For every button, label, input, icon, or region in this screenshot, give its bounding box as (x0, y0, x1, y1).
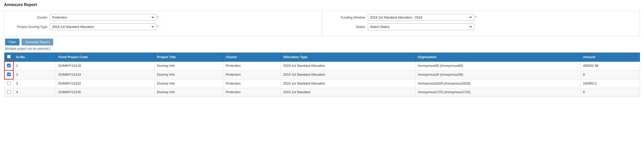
table-container: Sr.No. Fund Project Code Project Title C… (4, 53, 640, 97)
header-amount: Amount (580, 53, 640, 62)
button-row: Filter Generate Report (4, 39, 640, 45)
table-header: Sr.No. Fund Project Code Project Title C… (4, 53, 640, 62)
cell-fund-project-code: DUMMY\13124 (56, 70, 154, 79)
project-scoring-type-label: Project Scoring Type (9, 25, 47, 29)
cell-sr-no: 2 (13, 70, 56, 79)
cluster-row: Cluster Protection * (9, 14, 317, 21)
data-table: Sr.No. Fund Project Code Project Title C… (4, 53, 640, 97)
form-right: Funding Window 2019 1st Standard Allocat… (322, 11, 640, 36)
funding-window-required: * (475, 15, 477, 19)
page-title: Annexure Report (4, 3, 640, 7)
select-all-checkbox[interactable] (7, 55, 11, 58)
cell-amount: 400001.96 (580, 61, 640, 70)
table-row: 4DUMMY\13135Dummy InfoProtection2019 1st… (4, 88, 640, 97)
header-allocation-type: Allocation Type (280, 53, 415, 62)
header-checkbox-cell (4, 53, 13, 62)
status-row: Status Select Status (327, 23, 635, 30)
row-checkbox-cell (4, 70, 13, 79)
cell-amount: 190952.2 (580, 79, 640, 88)
cell-allocation-type: 2019 1st Standard Allocation (280, 61, 415, 70)
cell-fund-project-code: DUMMY\13132 (56, 79, 154, 88)
status-label: Status (327, 25, 365, 29)
cell-cluster: Protection (223, 88, 281, 97)
header-row: Sr.No. Fund Project Code Project Title C… (4, 53, 640, 62)
cell-cluster: Protection (223, 61, 281, 70)
funding-window-row: Funding Window 2019 1st Standard Allocat… (327, 14, 635, 21)
cell-allocation-type: 2019 1st Standard (280, 88, 415, 97)
cell-project-title: Dummy Info (154, 61, 223, 70)
cell-sr-no: 1 (13, 61, 56, 70)
row-checkbox-cell (4, 79, 13, 88)
cell-organisation: Annoymous2029 (Annoymous2029) (415, 79, 580, 88)
hint-text: [Multiple project can be selected.] (4, 47, 640, 51)
cell-organisation: Annoymous60 (Annoymous60) (415, 61, 580, 70)
table-row: 3DUMMY\13132Dummy InfoProtection2019 1st… (4, 79, 640, 88)
cell-organisation: Annoymous1723 (Annoymous1723) (415, 88, 580, 97)
table-body: 1DUMMY\13118Dummy InfoProtection2019 1st… (4, 61, 640, 97)
table-row: 2DUMMY\13124Dummy InfoProtection2019 1st… (4, 70, 640, 79)
generate-report-button[interactable]: Generate Report (22, 39, 53, 45)
form-section: Cluster Protection * Project Scoring Typ… (4, 11, 640, 36)
header-fund-project-code: Fund Project Code (56, 53, 154, 62)
row-checkbox-cell (4, 88, 13, 97)
header-organisation: Orgnisation (415, 53, 580, 62)
project-scoring-type-row: Project Scoring Type 2019 1st Standard A… (9, 23, 317, 30)
project-scoring-required: * (157, 25, 159, 29)
filter-button[interactable]: Filter (5, 39, 20, 45)
cell-allocation-type: 2019 1st Standard Allocation (280, 79, 415, 88)
table-row: 1DUMMY\13118Dummy InfoProtection2019 1st… (4, 61, 640, 70)
funding-window-label: Funding Window (327, 15, 365, 19)
cluster-select[interactable]: Protection (50, 14, 156, 21)
cell-cluster: Protection (223, 70, 281, 79)
cell-project-title: Dummy Info (154, 79, 223, 88)
row-checkbox[interactable] (7, 73, 11, 76)
row-checkbox[interactable] (7, 81, 11, 85)
funding-window-select[interactable]: 2019 1st Standard Allocation - 2019 (368, 14, 474, 21)
cell-fund-project-code: DUMMY\13135 (56, 88, 154, 97)
cell-sr-no: 3 (13, 79, 56, 88)
row-checkbox-cell (4, 61, 13, 70)
header-project-title: Project Title (154, 53, 223, 62)
header-sr-no: Sr.No. (13, 53, 56, 62)
cluster-required: * (157, 15, 159, 19)
project-scoring-type-select[interactable]: 2019 1st Standard Allocation (50, 23, 156, 30)
cluster-label: Cluster (9, 15, 47, 19)
cell-fund-project-code: DUMMY\13118 (56, 61, 154, 70)
cell-amount: 0 (580, 70, 640, 79)
status-select[interactable]: Select Status (368, 23, 474, 30)
cell-sr-no: 4 (13, 88, 56, 97)
cell-project-title: Dummy Info (154, 88, 223, 97)
cell-cluster: Protection (223, 79, 281, 88)
row-checkbox[interactable] (7, 64, 11, 67)
form-left: Cluster Protection * Project Scoring Typ… (4, 11, 322, 36)
header-cluster: Cluster (223, 53, 281, 62)
cell-organisation: Annoymous39 (Annoymous39) (415, 70, 580, 79)
cell-allocation-type: 2019 1st Standard Allocation (280, 70, 415, 79)
cell-amount: 0 (580, 88, 640, 97)
cell-project-title: Dummy Info (154, 70, 223, 79)
row-checkbox[interactable] (7, 90, 11, 94)
